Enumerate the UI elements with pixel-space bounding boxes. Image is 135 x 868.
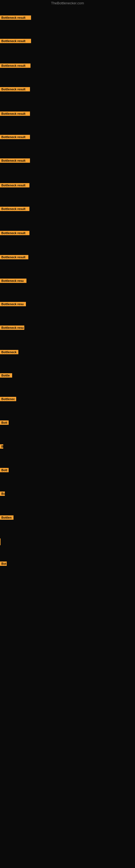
bottleneck-label-16: Bottle (0, 373, 12, 378)
bottleneck-label-11: Bottleneck result (0, 255, 28, 259)
bottleneck-label-24: Bot (0, 561, 7, 566)
bottleneck-label-20: Bott (0, 468, 9, 472)
bottleneck-label-6: Bottleneck result (0, 135, 30, 139)
bottleneck-bar-23 (0, 538, 1, 545)
bottleneck-label-1: Bottleneck result (0, 16, 31, 20)
bottleneck-label-5: Bottleneck result (0, 112, 30, 116)
bottleneck-label-9: Bottleneck result (0, 207, 30, 211)
bottleneck-label-12: Bottleneck resu (0, 279, 27, 283)
bottleneck-label-22: Bottlen (0, 516, 13, 520)
bottleneck-label-8: Bottleneck result (0, 183, 30, 187)
bottleneck-label-18: Bott (0, 421, 9, 425)
site-title: TheBottlenecker.com (0, 0, 135, 6)
bottleneck-label-19: B (0, 444, 3, 448)
bottleneck-label-21: Bo (0, 492, 5, 496)
bottleneck-label-3: Bottleneck result (0, 63, 31, 68)
bottleneck-label-15: Bottleneck (0, 350, 18, 354)
bottleneck-label-14: Bottleneck resu (0, 326, 24, 330)
bottleneck-label-2: Bottleneck result (0, 39, 31, 43)
bottleneck-label-4: Bottleneck result (0, 87, 30, 91)
bottleneck-label-13: Bottleneck resu (0, 302, 26, 306)
bottleneck-label-10: Bottleneck result (0, 231, 30, 235)
bottleneck-label-17: Bottlenec (0, 397, 16, 401)
bottleneck-label-7: Bottleneck result (0, 158, 30, 163)
